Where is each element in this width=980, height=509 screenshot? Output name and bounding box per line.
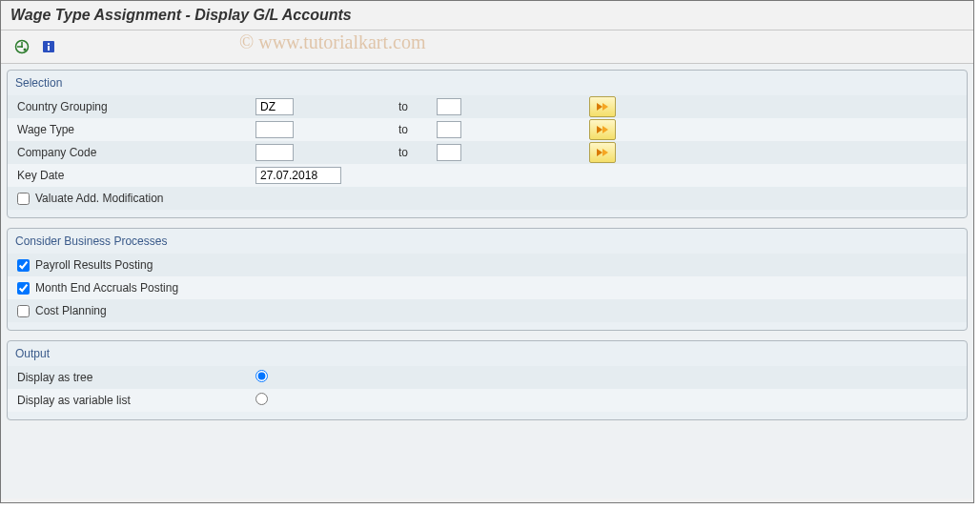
output-tree-label: Display as tree: [13, 371, 255, 384]
wage-type-label: Wage Type: [13, 123, 255, 136]
output-tree-row: Display as tree: [8, 366, 967, 389]
output-list-radio[interactable]: [255, 393, 268, 405]
country-grouping-multiple-selection-button[interactable]: [589, 96, 616, 117]
valuate-row: Valuate Add. Modification: [8, 187, 967, 210]
output-list-row: Display as variable list: [8, 389, 967, 412]
key-date-label: Key Date: [13, 169, 255, 182]
country-grouping-row: Country Grouping to: [8, 95, 967, 118]
payroll-label: Payroll Results Posting: [35, 258, 153, 272]
sap-window: Wage Type Assignment - Display G/L Accou…: [0, 0, 974, 503]
cost-planning-row: Cost Planning: [8, 299, 967, 322]
payroll-checkbox[interactable]: [17, 259, 30, 272]
country-grouping-from-input[interactable]: [255, 98, 294, 115]
month-end-label: Month End Accruals Posting: [35, 281, 178, 295]
month-end-row: Month End Accruals Posting: [8, 276, 967, 299]
key-date-input[interactable]: [255, 167, 341, 184]
svg-rect-5: [48, 43, 50, 45]
valuate-label: Valuate Add. Modification: [35, 192, 164, 205]
content-area: Selection Country Grouping to Wage Type: [1, 64, 973, 499]
output-list-label: Display as variable list: [13, 394, 255, 407]
company-code-from-input[interactable]: [255, 144, 294, 161]
info-icon[interactable]: [37, 36, 60, 57]
company-code-row: Company Code to: [8, 141, 967, 164]
to-word: to: [389, 100, 437, 113]
processes-group: Consider Business Processes Payroll Resu…: [7, 228, 968, 331]
payroll-row: Payroll Results Posting: [8, 254, 967, 276]
company-code-multiple-selection-button[interactable]: [589, 142, 616, 163]
to-word: to: [389, 123, 437, 136]
selection-group-title: Selection: [8, 74, 967, 95]
wage-type-multiple-selection-button[interactable]: [589, 119, 616, 140]
page-title: Wage Type Assignment - Display G/L Accou…: [1, 1, 973, 31]
wage-type-to-input[interactable]: [437, 121, 461, 138]
cost-planning-label: Cost Planning: [35, 304, 107, 317]
output-group-title: Output: [8, 345, 967, 366]
valuate-checkbox[interactable]: [17, 193, 30, 205]
toolbar: [1, 31, 973, 64]
to-word: to: [389, 146, 437, 159]
selection-group: Selection Country Grouping to Wage Type: [7, 70, 968, 218]
wage-type-from-input[interactable]: [255, 121, 294, 138]
output-group: Output Display as tree Display as variab…: [7, 340, 968, 420]
cost-planning-checkbox[interactable]: [17, 305, 30, 317]
country-grouping-to-input[interactable]: [437, 98, 461, 115]
svg-point-3: [24, 49, 27, 51]
country-grouping-label: Country Grouping: [13, 100, 255, 113]
key-date-row: Key Date: [8, 164, 967, 187]
processes-group-title: Consider Business Processes: [8, 233, 967, 254]
execute-icon[interactable]: [10, 36, 33, 57]
svg-rect-6: [48, 46, 50, 51]
company-code-label: Company Code: [13, 146, 255, 159]
month-end-checkbox[interactable]: [17, 282, 30, 295]
output-tree-radio[interactable]: [255, 370, 268, 382]
wage-type-row: Wage Type to: [8, 118, 967, 141]
company-code-to-input[interactable]: [437, 144, 461, 161]
